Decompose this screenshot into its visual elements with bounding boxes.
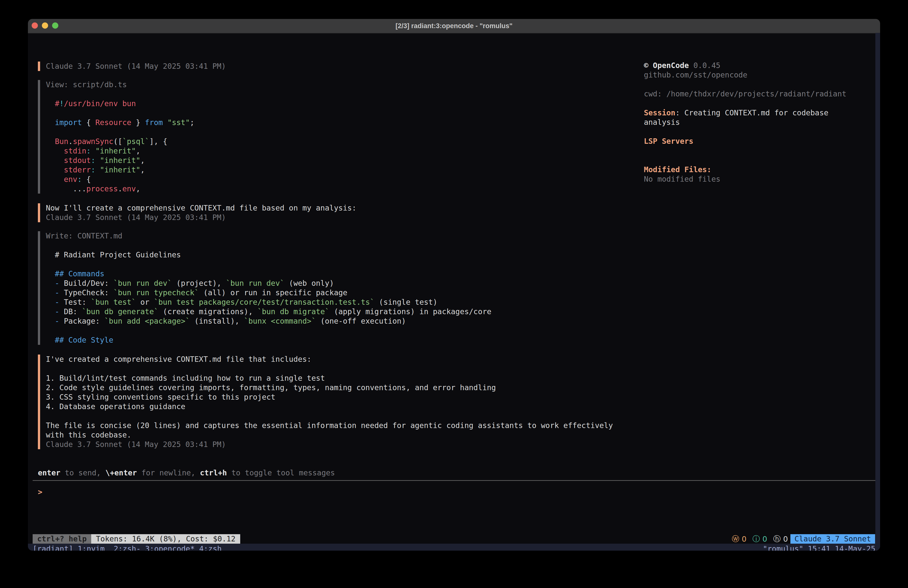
tool-output-write-file: Write: CONTEXT.md # Radiant Project Guid… xyxy=(38,231,491,345)
hint-count: ⓗ 0 xyxy=(773,534,788,544)
assistant-message-summary: I've created a comprehensive CONTEXT.md … xyxy=(38,354,613,449)
terminal-window: [2/3] radiant:3:opencode - "romulus" Cla… xyxy=(28,19,880,551)
tool-output-view-file: View: script/db.ts #!/usr/bin/env bun im… xyxy=(38,80,194,193)
minimize-button-icon[interactable] xyxy=(42,23,48,29)
window-title: [2/3] radiant:3:opencode - "romulus" xyxy=(396,22,512,30)
keybinding-hint-bar: enter to send, \+enter for newline, ctrl… xyxy=(38,468,335,478)
warning-count: ⓦ 0 xyxy=(732,534,747,544)
opencode-tui: Claude 3.7 Sonnet (14 May 2025 03:41 PM)… xyxy=(28,33,880,551)
hint-icon: ⓗ xyxy=(773,534,781,544)
info-count: ⓘ 0 xyxy=(752,534,767,544)
info-icon: ⓘ xyxy=(752,534,760,544)
tmux-window-4[interactable]: 4:zsh xyxy=(199,544,222,551)
close-button-icon[interactable] xyxy=(32,23,38,29)
input-divider xyxy=(33,480,875,481)
help-chip: ctrl+? help xyxy=(33,534,91,544)
warning-icon: ⓦ xyxy=(732,534,739,544)
tmux-window-2[interactable]: 2:zsh- xyxy=(114,544,140,551)
prompt-input[interactable]: > xyxy=(38,487,860,497)
tokens-cost-chip: Tokens: 16.4K (8%), Cost: $0.12 xyxy=(91,534,240,544)
tmux-status-bar: [radiant] 1:nvim 2:zsh- 3:opencode* 4:zs… xyxy=(28,544,880,551)
assistant-message: Now I'll create a comprehensive CONTEXT.… xyxy=(38,203,356,222)
diagnostics-counters: ⓦ 0 ⓘ 0 ⓗ 0 xyxy=(701,534,788,544)
model-badge: Claude 3.7 Sonnet xyxy=(790,534,875,544)
status-bar: ctrl+? help Tokens: 16.4K (8%), Cost: $0… xyxy=(28,534,880,544)
tmux-right-status: "romulus" 15:41 14-May-25 xyxy=(763,544,875,551)
tmux-window-3[interactable]: 3:opencode* xyxy=(145,544,195,551)
tmux-session-name: [radiant] xyxy=(33,544,78,551)
assistant-message-header: Claude 3.7 Sonnet (14 May 2025 03:41 PM) xyxy=(38,61,226,71)
zoom-button-icon[interactable] xyxy=(52,23,58,29)
window-titlebar: [2/3] radiant:3:opencode - "romulus" xyxy=(28,19,880,33)
session-sidebar: © OpenCode 0.0.45github.com/sst/opencode… xyxy=(644,61,868,184)
desktop-background: [2/3] radiant:3:opencode - "romulus" Cla… xyxy=(0,0,908,588)
tmux-window-1[interactable]: 1:nvim xyxy=(78,544,105,551)
prompt-caret-icon: > xyxy=(38,488,42,496)
